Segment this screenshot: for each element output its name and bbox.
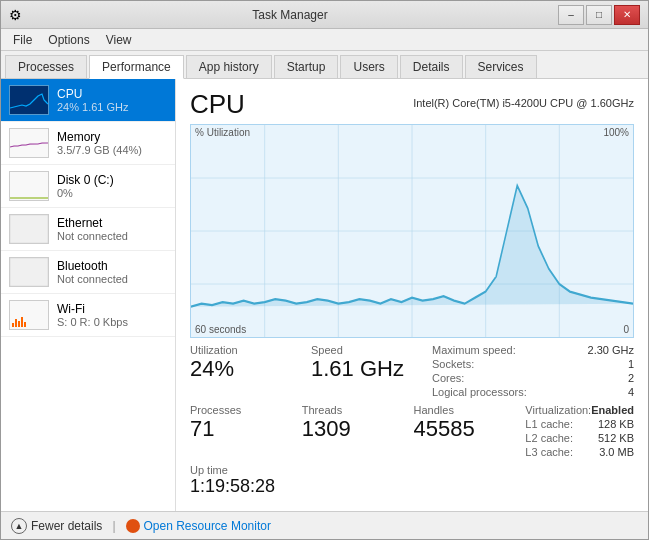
menu-options[interactable]: Options bbox=[40, 31, 97, 49]
tab-services[interactable]: Services bbox=[465, 55, 537, 78]
speed-value: 1.61 GHz bbox=[311, 356, 412, 382]
tab-app-history[interactable]: App history bbox=[186, 55, 272, 78]
menu-view[interactable]: View bbox=[98, 31, 140, 49]
l2-val: 512 KB bbox=[598, 432, 634, 444]
tab-details[interactable]: Details bbox=[400, 55, 463, 78]
window-title: Task Manager bbox=[22, 8, 558, 22]
sidebar-item-ethernet[interactable]: Ethernet Not connected bbox=[1, 208, 175, 251]
threads-label: Threads bbox=[302, 404, 394, 416]
ethernet-sidebar-sub: Not connected bbox=[57, 230, 167, 242]
max-speed-val: 2.30 GHz bbox=[588, 344, 634, 356]
stat-handles: Handles 45585 bbox=[414, 404, 506, 460]
bluetooth-mini-chart bbox=[9, 257, 49, 287]
info-l1: L1 cache: 128 KB bbox=[525, 418, 634, 430]
info-l2: L2 cache: 512 KB bbox=[525, 432, 634, 444]
title-bar: ⚙ Task Manager – □ ✕ bbox=[1, 1, 648, 29]
sockets-val: 1 bbox=[628, 358, 634, 370]
graph-time-right: 0 bbox=[623, 324, 629, 335]
svg-rect-2 bbox=[10, 172, 48, 200]
ethernet-sidebar-name: Ethernet bbox=[57, 216, 167, 230]
virt-val: Enabled bbox=[591, 404, 634, 416]
main-content: CPU 24% 1.61 GHz Memory 3.5/7.9 GB (44%) bbox=[1, 79, 648, 511]
chevron-up-icon: ▲ bbox=[11, 518, 27, 534]
tab-processes[interactable]: Processes bbox=[5, 55, 87, 78]
title-bar-buttons: – □ ✕ bbox=[558, 5, 640, 25]
minimize-button[interactable]: – bbox=[558, 5, 584, 25]
info-block-2: Virtualization: Enabled L1 cache: 128 KB… bbox=[525, 404, 634, 460]
l1-key: L1 cache: bbox=[525, 418, 573, 430]
svg-rect-3 bbox=[10, 215, 48, 243]
logical-key: Logical processors: bbox=[432, 386, 527, 398]
uptime-value: 1:19:58:28 bbox=[190, 476, 634, 497]
stats-row-2: Processes 71 Threads 1309 Handles 45585 … bbox=[190, 404, 634, 460]
tab-startup[interactable]: Startup bbox=[274, 55, 339, 78]
bottom-divider: | bbox=[112, 519, 115, 533]
menu-file[interactable]: File bbox=[5, 31, 40, 49]
sidebar-item-wifi[interactable]: Wi-Fi S: 0 R: 0 Kbps bbox=[1, 294, 175, 337]
utilization-value: 24% bbox=[190, 356, 291, 382]
disk-sidebar-text: Disk 0 (C:) 0% bbox=[57, 173, 167, 199]
fewer-details-button[interactable]: ▲ Fewer details bbox=[11, 518, 102, 534]
svg-rect-0 bbox=[10, 86, 48, 114]
l3-val: 3.0 MB bbox=[599, 446, 634, 458]
maximize-button[interactable]: □ bbox=[586, 5, 612, 25]
svg-rect-6 bbox=[12, 323, 14, 327]
open-resource-monitor-link[interactable]: Open Resource Monitor bbox=[126, 519, 271, 533]
ethernet-mini-chart bbox=[9, 214, 49, 244]
processes-value: 71 bbox=[190, 416, 282, 442]
info-block: Maximum speed: 2.30 GHz Sockets: 1 Cores… bbox=[432, 344, 634, 400]
wifi-sidebar-text: Wi-Fi S: 0 R: 0 Kbps bbox=[57, 302, 167, 328]
sidebar-item-cpu[interactable]: CPU 24% 1.61 GHz bbox=[1, 79, 175, 122]
right-header: CPU Intel(R) Core(TM) i5-4200U CPU @ 1.6… bbox=[190, 89, 634, 120]
disk-sidebar-name: Disk 0 (C:) bbox=[57, 173, 167, 187]
disk-mini-chart bbox=[9, 171, 49, 201]
utilization-label: Utilization bbox=[190, 344, 291, 356]
window-icon: ⚙ bbox=[9, 7, 22, 23]
stat-utilization: Utilization 24% bbox=[190, 344, 291, 400]
logical-val: 4 bbox=[628, 386, 634, 398]
svg-rect-7 bbox=[15, 319, 17, 327]
stats-row-3: Up time 1:19:58:28 bbox=[190, 464, 634, 497]
open-resource-label: Open Resource Monitor bbox=[144, 519, 271, 533]
menu-bar: File Options View bbox=[1, 29, 648, 51]
info-sockets: Sockets: 1 bbox=[432, 358, 634, 370]
info-max-speed: Maximum speed: 2.30 GHz bbox=[432, 344, 634, 356]
svg-rect-10 bbox=[24, 322, 26, 327]
stat-uptime: Up time 1:19:58:28 bbox=[190, 464, 634, 497]
virt-key: Virtualization: bbox=[525, 404, 591, 416]
max-speed-key: Maximum speed: bbox=[432, 344, 516, 356]
handles-label: Handles bbox=[414, 404, 506, 416]
tab-users[interactable]: Users bbox=[340, 55, 397, 78]
sidebar-item-memory[interactable]: Memory 3.5/7.9 GB (44%) bbox=[1, 122, 175, 165]
info-logical: Logical processors: 4 bbox=[432, 386, 634, 398]
tab-bar: Processes Performance App history Startu… bbox=[1, 51, 648, 79]
stats-row-1: Utilization 24% Speed 1.61 GHz Maximum s… bbox=[190, 344, 634, 400]
cpu-sidebar-sub: 24% 1.61 GHz bbox=[57, 101, 167, 113]
cpu-mini-chart bbox=[9, 85, 49, 115]
sidebar-item-bluetooth[interactable]: Bluetooth Not connected bbox=[1, 251, 175, 294]
speed-label: Speed bbox=[311, 344, 412, 356]
l3-key: L3 cache: bbox=[525, 446, 573, 458]
cpu-graph-svg bbox=[191, 125, 633, 337]
info-l3: L3 cache: 3.0 MB bbox=[525, 446, 634, 458]
cpu-model: Intel(R) Core(TM) i5-4200U CPU @ 1.60GHz bbox=[413, 97, 634, 109]
wifi-mini-chart bbox=[9, 300, 49, 330]
handles-value: 45585 bbox=[414, 416, 506, 442]
close-button[interactable]: ✕ bbox=[614, 5, 640, 25]
svg-rect-9 bbox=[21, 317, 23, 327]
right-panel: CPU Intel(R) Core(TM) i5-4200U CPU @ 1.6… bbox=[176, 79, 648, 511]
sidebar-item-disk[interactable]: Disk 0 (C:) 0% bbox=[1, 165, 175, 208]
wifi-sidebar-sub: S: 0 R: 0 Kbps bbox=[57, 316, 167, 328]
ethernet-sidebar-text: Ethernet Not connected bbox=[57, 216, 167, 242]
uptime-label: Up time bbox=[190, 464, 634, 476]
graph-max-label: 100% bbox=[603, 127, 629, 138]
resource-monitor-icon bbox=[126, 519, 140, 533]
graph-time-label: 60 seconds bbox=[195, 324, 246, 335]
memory-sidebar-name: Memory bbox=[57, 130, 167, 144]
fewer-details-label: Fewer details bbox=[31, 519, 102, 533]
tab-performance[interactable]: Performance bbox=[89, 55, 184, 79]
cpu-main-title: CPU bbox=[190, 89, 245, 120]
memory-sidebar-text: Memory 3.5/7.9 GB (44%) bbox=[57, 130, 167, 156]
cores-val: 2 bbox=[628, 372, 634, 384]
bluetooth-sidebar-text: Bluetooth Not connected bbox=[57, 259, 167, 285]
